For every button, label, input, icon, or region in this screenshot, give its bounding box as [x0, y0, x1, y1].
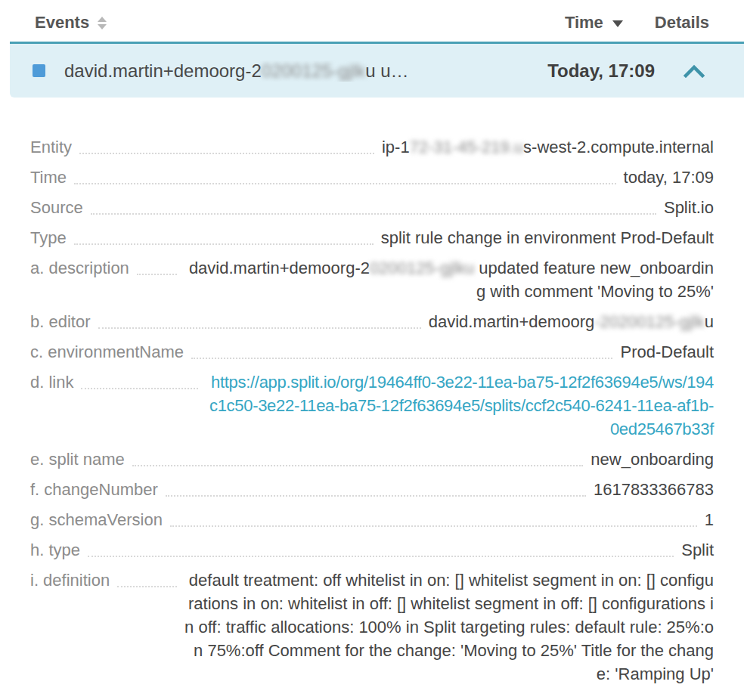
dotted-leader: [137, 256, 177, 275]
detail-label: Type: [30, 226, 67, 249]
detail-label: d. link: [30, 370, 73, 394]
redacted-text: -20200125-gjlk: [594, 312, 705, 331]
detail-value: default treatment: off whitelist in on: …: [184, 568, 714, 686]
dotted-leader: [88, 538, 674, 557]
redacted-text: 72-31-45-219.u: [410, 138, 523, 156]
detail-label: g. schemaVersion: [30, 508, 163, 531]
detail-row: c. environmentNameProd-Default: [30, 340, 714, 364]
detail-row: SourceSplit.io: [30, 196, 714, 219]
event-title-prefix: david.martin+demoorg-2: [64, 60, 262, 81]
list-header: Events Time Details: [0, 0, 744, 42]
dotted-leader: [79, 135, 374, 154]
detail-value: 1: [705, 508, 714, 531]
detail-row: e. split namenew_onboarding: [30, 448, 714, 471]
detail-value: new_onboarding: [591, 448, 714, 471]
dotted-leader: [170, 508, 697, 527]
dotted-leader: [91, 196, 656, 215]
detail-row: h. typeSplit: [30, 538, 714, 562]
detail-label: h. type: [30, 538, 80, 562]
detail-row: b. editordavid.martin+demoorg-20200125-g…: [30, 310, 714, 333]
event-row[interactable]: david.martin+demoorg-20200125-gjlku u… T…: [10, 42, 744, 98]
sort-arrows-icon: [98, 17, 107, 29]
event-title-suffix: u u…: [365, 60, 408, 81]
detail-row: Entityip-172-31-45-219.us-west-2.compute…: [30, 135, 714, 159]
chevron-down-icon: [612, 20, 623, 27]
redacted-text: 0200125-gjlk: [262, 60, 365, 81]
detail-value: david.martin+demoorg-20200125-gjlku upda…: [184, 256, 714, 303]
detail-row: d. linkhttps://app.split.io/org/19464ff0…: [30, 370, 714, 441]
detail-value: Split: [681, 538, 714, 562]
dotted-leader: [74, 166, 615, 184]
details-list: Entityip-172-31-45-219.us-west-2.compute…: [0, 98, 744, 686]
dotted-leader: [81, 370, 198, 389]
detail-label: Time: [30, 166, 67, 189]
detail-label: b. editor: [30, 310, 91, 333]
detail-label: Source: [30, 196, 83, 219]
detail-value: split rule change in environment Prod-De…: [381, 226, 714, 249]
event-time: Today, 17:09: [547, 60, 655, 82]
chevron-up-icon[interactable]: [684, 64, 705, 78]
detail-label: i. definition: [30, 568, 110, 592]
detail-link[interactable]: https://app.split.io/org/19464ff0-3e22-1…: [206, 370, 714, 441]
dotted-leader: [166, 478, 586, 497]
detail-row: g. schemaVersion1: [30, 508, 714, 531]
detail-label: a. description: [30, 256, 129, 280]
detail-label: c. environmentName: [30, 340, 184, 364]
dotted-leader: [74, 226, 374, 245]
detail-value: today, 17:09: [624, 166, 714, 189]
dotted-leader: [117, 568, 177, 587]
detail-value: david.martin+demoorg-20200125-gjlku: [429, 310, 714, 333]
events-sort-header[interactable]: Events: [35, 13, 565, 33]
dotted-leader: [98, 310, 421, 329]
time-column-label: Time: [565, 13, 603, 33]
detail-value: Prod-Default: [620, 340, 714, 364]
detail-value: ip-172-31-45-219.us-west-2.compute.inter…: [382, 135, 714, 159]
detail-row: f. changeNumber1617833366783: [30, 478, 714, 501]
redacted-text: 0200125-gjlku: [370, 259, 474, 277]
event-type-square-icon: [33, 64, 45, 77]
detail-label: e. split name: [30, 448, 125, 471]
detail-row: i. definitiondefault treatment: off whit…: [30, 568, 714, 686]
detail-value: 1617833366783: [594, 478, 714, 501]
event-title: david.martin+demoorg-20200125-gjlku u…: [64, 60, 547, 82]
detail-row: a. descriptiondavid.martin+demoorg-20200…: [30, 256, 714, 303]
time-sort-dropdown[interactable]: Time: [565, 13, 623, 33]
detail-label: f. changeNumber: [30, 478, 158, 501]
events-column-label: Events: [35, 13, 89, 33]
detail-row: Timetoday, 17:09: [30, 166, 714, 189]
details-column-label: Details: [655, 13, 709, 33]
detail-value: Split.io: [664, 196, 714, 219]
detail-label: Entity: [30, 135, 72, 159]
dotted-leader: [132, 448, 584, 466]
dotted-leader: [191, 340, 613, 359]
detail-row: Typesplit rule change in environment Pro…: [30, 226, 714, 249]
